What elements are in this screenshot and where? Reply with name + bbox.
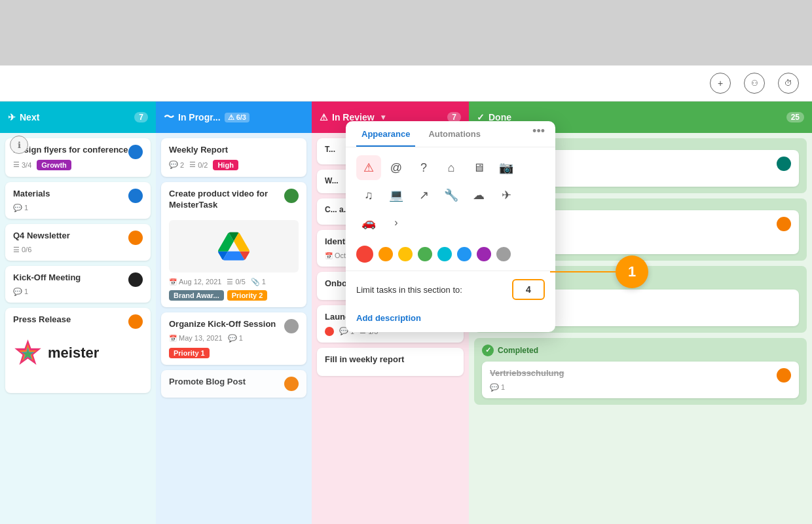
avatar	[284, 319, 299, 333]
music-icon-btn[interactable]: ♫	[356, 183, 381, 208]
card-title: Create product video for MeisterTask	[169, 189, 284, 211]
card-image-gdrive	[169, 220, 299, 272]
card-title: Organize Kick-Off Session	[169, 319, 284, 330]
icon-grid: ⚠ @ ? ⌂ 🖥 📷 ♫ 💻 ↗ 🔧 ☁ ✈ 🚗 ›	[346, 147, 555, 240]
card-title: Materials	[13, 189, 128, 200]
next-icon: ✈	[8, 112, 16, 122]
tools-icon-btn[interactable]: 🔧	[439, 183, 464, 208]
camera-icon-btn[interactable]: 📷	[494, 155, 519, 180]
more-icons-btn[interactable]: ›	[384, 210, 409, 235]
card-q4-newsletter[interactable]: Q4 Newsletter ☰ 0/6	[5, 224, 151, 261]
card-weekly-report[interactable]: Weekly Report 💬 2 ☰ 0/2 High	[161, 138, 306, 177]
card-meta: ☰ 3/4 Growth	[13, 160, 143, 170]
card-meta: 📅 May 13, 2021 💬 1	[169, 334, 299, 343]
priority2-badge: Priority 2	[227, 290, 268, 301]
question-icon-btn[interactable]: ?	[411, 155, 436, 180]
avatar	[128, 272, 143, 287]
add-button[interactable]: +	[710, 73, 731, 94]
color-blue[interactable]	[457, 247, 471, 261]
red-dot-icon	[325, 327, 334, 336]
number-badge: 1	[616, 255, 648, 288]
tab-appearance[interactable]: Appearance	[356, 121, 415, 147]
priority1-badge: Priority 1	[169, 348, 210, 358]
card-meta: 💬 1	[13, 204, 143, 212]
avatar	[284, 189, 299, 203]
growth-badge: Growth	[37, 160, 71, 170]
column-inprog-header: 〜 In Progr... ⚠ 6/3	[156, 102, 312, 133]
limit-row: Limit tasks in this section to:	[346, 271, 555, 308]
plane-icon-btn[interactable]: ✈	[494, 183, 519, 208]
inprog-icon: 〜	[164, 111, 174, 124]
meister-text: meister	[48, 345, 99, 362]
done-count: 25	[786, 112, 804, 122]
card-meta: 📅 Aug 12, 2021 ☰ 0/5 📎 1	[169, 278, 299, 286]
arrow-badge-container: 1	[550, 255, 648, 288]
card-title: Fill in weekly report	[325, 354, 456, 365]
avatar	[284, 377, 299, 391]
color-orange[interactable]	[378, 247, 393, 261]
next-body: Design flyers for conference ☰ 3/4 Growt…	[0, 133, 156, 524]
next-count: 7	[134, 112, 148, 122]
color-cyan[interactable]	[437, 247, 452, 261]
column-next: ✈ Next 7 Design flyers for conference ☰ …	[0, 102, 156, 524]
card-promote-blog[interactable]: Promote Blog Post	[161, 370, 306, 398]
appearance-popup: Appearance Automations ••• ⚠ @ ? ⌂ 🖥 📷 ♫…	[346, 121, 555, 332]
card-press-release[interactable]: Press Release meister	[5, 308, 151, 393]
inprog-label: In Progr...	[178, 112, 221, 122]
card-kickoff-session[interactable]: Organize Kick-Off Session 📅 May 13, 2021…	[161, 312, 306, 365]
card-meta: 💬 1	[490, 383, 791, 392]
add-description-link[interactable]: Add description	[346, 308, 555, 332]
limit-input[interactable]	[512, 279, 545, 300]
done-group-4: ✓ Completed Vertriebsschulung 💬 1	[474, 338, 807, 405]
next-label: Next	[20, 112, 39, 122]
color-gray[interactable]	[496, 247, 511, 261]
at-icon-btn[interactable]: @	[384, 155, 409, 180]
card-meta: 💬 1	[13, 288, 143, 296]
cloud-icon-btn[interactable]: ☁	[466, 183, 491, 208]
high-badge: High	[213, 160, 238, 170]
warning-badge: ⚠ 6/3	[225, 113, 249, 122]
color-purple[interactable]	[477, 247, 491, 261]
card-product-video[interactable]: Create product video for MeisterTask	[161, 182, 306, 307]
avatar	[777, 157, 791, 171]
card-title: Design flyers for conference	[13, 145, 128, 156]
arrow-line	[550, 271, 616, 272]
card-fill-weekly[interactable]: Fill in weekly report	[317, 348, 464, 376]
meister-logo-icon	[13, 338, 43, 367]
limit-label: Limit tasks in this section to:	[356, 285, 512, 295]
review-icon: ⚠	[320, 112, 328, 122]
car-icon-btn[interactable]: 🚗	[356, 210, 381, 235]
card-title: Q4 Newsletter	[13, 231, 128, 242]
more-options-icon[interactable]: •••	[532, 124, 545, 143]
card-title: Vertriebsschulung	[490, 368, 777, 379]
tab-automations[interactable]: Automations	[423, 121, 485, 147]
avatar	[128, 145, 143, 159]
screen-icon-btn[interactable]: 💻	[384, 183, 409, 208]
checklist-meta: ☰ 3/4	[13, 160, 31, 169]
card-done-vertrieb[interactable]: Vertriebsschulung 💬 1	[482, 362, 799, 398]
card-title: Weekly Report	[169, 145, 299, 156]
color-red[interactable]	[356, 246, 373, 263]
column-next-header: ✈ Next 7	[0, 102, 156, 133]
timer-button[interactable]: ⏱	[778, 73, 799, 94]
warning-icon-btn[interactable]: ⚠	[356, 155, 381, 180]
avatar	[128, 231, 143, 245]
inprog-body: Weekly Report 💬 2 ☰ 0/2 High	[156, 133, 312, 524]
gdrive-icon	[218, 231, 249, 262]
card-title: Kick-Off Meeting	[13, 272, 128, 284]
column-inprog: 〜 In Progr... ⚠ 6/3 Weekly Report 💬 2 ☰	[156, 102, 312, 524]
brand-badge: Brand Awar...	[169, 290, 224, 301]
completed-header-2: ✓ Completed	[482, 345, 799, 356]
home-icon-btn[interactable]: ⌂	[439, 155, 464, 180]
color-yellow[interactable]	[398, 247, 413, 261]
share-icon-btn[interactable]: ↗	[411, 183, 436, 208]
color-green[interactable]	[418, 247, 432, 261]
card-materials[interactable]: Materials 💬 1	[5, 182, 151, 219]
avatar	[777, 217, 791, 231]
avatar	[777, 368, 791, 383]
popup-tabs: Appearance Automations •••	[346, 121, 555, 147]
monitor-icon-btn[interactable]: 🖥	[466, 155, 491, 180]
card-kickoff[interactable]: Kick-Off Meeting 💬 1	[5, 266, 151, 303]
filter-button[interactable]: ⚇	[744, 73, 765, 94]
info-icon[interactable]: ℹ	[10, 136, 28, 154]
